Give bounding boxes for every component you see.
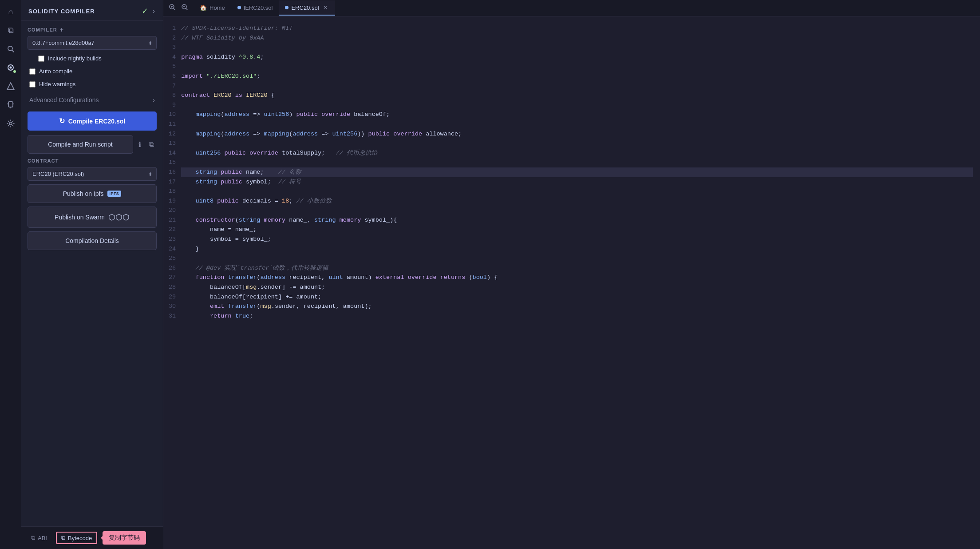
- code-line-17: string public symbol; // 符号: [181, 177, 973, 187]
- code-line-23: symbol = symbol_;: [181, 235, 973, 244]
- publish-ipfs-label: Publish on Ipfs: [63, 190, 104, 197]
- svg-line-1: [12, 50, 14, 52]
- code-line-18: [181, 187, 973, 196]
- svg-line-15: [186, 8, 188, 10]
- code-line-6: import "./IERC20.sol";: [181, 72, 973, 81]
- ierc20-tab-label: IERC20.sol: [244, 4, 273, 11]
- line-numbers: 12345 678910 1112131415 1617181920 21222…: [163, 16, 181, 549]
- code-line-19: uint8 public decimals = 18; // 小数位数: [181, 196, 973, 206]
- code-line-2: // WTF Solidity by 0xAA: [181, 33, 973, 43]
- code-line-22: name = name_;: [181, 225, 973, 235]
- sidebar-content: COMPILER + 0.8.7+commit.e28d00a7 0.8.6+c…: [21, 21, 163, 255]
- abi-label: ABI: [38, 535, 47, 541]
- hide-warnings-checkbox[interactable]: [29, 81, 36, 88]
- auto-compile-checkbox[interactable]: [29, 68, 36, 75]
- compile-button-label: Compile ERC20.sol: [68, 118, 125, 125]
- abi-button[interactable]: ⧉ ABI: [28, 533, 51, 543]
- code-line-4: pragma solidity ^0.8.4;: [181, 52, 973, 62]
- compilation-details-label: Compilation Details: [65, 237, 119, 244]
- code-line-5: [181, 62, 973, 72]
- compilation-details-button[interactable]: Compilation Details: [28, 231, 157, 250]
- bottom-bar: ⧉ ABI ⧉ Bytecode 复制字节码: [21, 526, 163, 549]
- compile-button[interactable]: ↻ Compile ERC20.sol: [28, 111, 157, 131]
- activity-plugin-icon[interactable]: [3, 60, 19, 76]
- code-line-31: return true;: [181, 311, 973, 321]
- compile-run-script-button[interactable]: Compile and Run script: [28, 135, 133, 154]
- bytecode-button[interactable]: ⧉ Bytecode: [56, 532, 97, 544]
- code-line-7: [181, 81, 973, 91]
- erc20-tab-dot: [285, 6, 288, 9]
- svg-point-3: [10, 67, 12, 69]
- code-line-25: [181, 254, 973, 263]
- ierc20-tab-dot: [237, 6, 241, 9]
- code-line-27: function transfer(address recipient, uin…: [181, 273, 973, 282]
- compile-icon: ↻: [59, 117, 65, 125]
- hide-warnings-label: Hide warnings: [39, 81, 75, 88]
- activity-deploy-icon[interactable]: [3, 78, 19, 94]
- code-line-13: [181, 139, 973, 148]
- nightly-builds-row: Include nightly builds: [28, 54, 157, 63]
- code-line-24: }: [181, 244, 973, 254]
- activity-debug-icon[interactable]: [3, 97, 19, 113]
- code-line-14: uint256 public override totalSupply; // …: [181, 148, 973, 158]
- erc20-tab-close[interactable]: ✕: [322, 4, 329, 11]
- nightly-builds-checkbox[interactable]: [38, 56, 44, 62]
- contract-label: CONTRACT: [28, 158, 157, 163]
- info-icon: ℹ: [138, 141, 141, 148]
- tab-ierc20[interactable]: IERC20.sol: [231, 1, 279, 16]
- advanced-config-label: Advanced Configurations: [29, 96, 99, 103]
- contract-section: CONTRACT ERC20 (ERC20.sol) IERC20 (IERC2…: [28, 158, 157, 250]
- code-line-26: // @dev 实现`transfer`函数，代币转账逻辑: [181, 263, 973, 273]
- zoom-in-icon[interactable]: [167, 0, 178, 16]
- auto-compile-label: Auto compile: [39, 68, 72, 75]
- erc20-tab-label: ERC20.sol: [291, 4, 319, 11]
- editor-area: 🏠 Home IERC20.sol ERC20.sol ✕ 12345 6789…: [163, 0, 980, 549]
- sidebar: SOLIDITY COMPILER ✓ › COMPILER + 0.8.7+c…: [21, 0, 163, 549]
- publish-swarm-button[interactable]: Publish on Swarm ⬡⬡⬡: [28, 207, 157, 228]
- sidebar-header: SOLIDITY COMPILER ✓ ›: [21, 0, 163, 21]
- advanced-config-chevron: ›: [153, 96, 155, 103]
- svg-marker-4: [7, 83, 14, 90]
- code-line-30: emit Transfer(msg.sender, recipient, amo…: [181, 302, 973, 311]
- bytecode-label: Bytecode: [68, 535, 92, 541]
- check-icon: ✓: [142, 6, 148, 16]
- compiler-section: COMPILER + 0.8.7+commit.e28d00a7 0.8.6+c…: [28, 26, 157, 50]
- publish-swarm-label: Publish on Swarm: [55, 214, 105, 221]
- bytecode-copy-icon: ⧉: [61, 534, 65, 541]
- script-info-button[interactable]: ℹ: [136, 138, 144, 151]
- code-line-8: contract ERC20 is IERC20 {: [181, 91, 973, 100]
- activity-search-icon[interactable]: [3, 41, 19, 57]
- publish-ipfs-button[interactable]: Publish on Ipfs IPFS: [28, 184, 157, 203]
- tab-bar-zoom-icons: [167, 0, 190, 16]
- activity-bar: ⌂ ⧉: [0, 0, 21, 549]
- compiler-plus-btn[interactable]: +: [60, 26, 64, 33]
- copy-icon: ⧉: [149, 140, 154, 148]
- activity-home-icon[interactable]: ⌂: [3, 4, 19, 20]
- contract-select-wrapper: ERC20 (ERC20.sol) IERC20 (IERC20.sol): [28, 167, 157, 181]
- contract-select[interactable]: ERC20 (ERC20.sol) IERC20 (IERC20.sol): [28, 167, 157, 181]
- code-line-1: // SPDX-License-Identifier: MIT: [181, 24, 973, 33]
- code-editor[interactable]: 12345 678910 1112131415 1617181920 21222…: [163, 16, 980, 549]
- tab-erc20[interactable]: ERC20.sol ✕: [279, 0, 335, 16]
- arrow-icon[interactable]: ›: [152, 6, 156, 16]
- code-line-16: string public name; // 名称: [181, 167, 973, 177]
- hide-warnings-row: Hide warnings: [28, 80, 157, 88]
- compiler-version-select[interactable]: 0.8.7+commit.e28d00a7 0.8.6+commit.11564…: [28, 36, 157, 50]
- zoom-out-icon[interactable]: [179, 0, 190, 16]
- compiler-version-wrapper: 0.8.7+commit.e28d00a7 0.8.6+commit.11564…: [28, 36, 157, 50]
- activity-settings-icon[interactable]: [3, 115, 19, 131]
- plugin-badge: [12, 69, 17, 74]
- code-line-10: mapping(address => uint256) public overr…: [181, 110, 973, 119]
- code-line-9: [181, 100, 973, 110]
- nightly-builds-label: Include nightly builds: [48, 55, 102, 62]
- swarm-icon: ⬡⬡⬡: [108, 212, 130, 222]
- code-line-3: [181, 43, 973, 52]
- code-line-29: balanceOf[recipient] += amount;: [181, 292, 973, 302]
- advanced-config-row[interactable]: Advanced Configurations ›: [28, 93, 157, 107]
- tab-home[interactable]: 🏠 Home: [194, 1, 231, 16]
- script-copy-button[interactable]: ⧉: [146, 138, 157, 151]
- code-line-12: mapping(address => mapping(address => ui…: [181, 129, 973, 139]
- svg-point-9: [9, 122, 12, 125]
- home-tab-label: Home: [209, 4, 225, 11]
- activity-files-icon[interactable]: ⧉: [3, 22, 19, 38]
